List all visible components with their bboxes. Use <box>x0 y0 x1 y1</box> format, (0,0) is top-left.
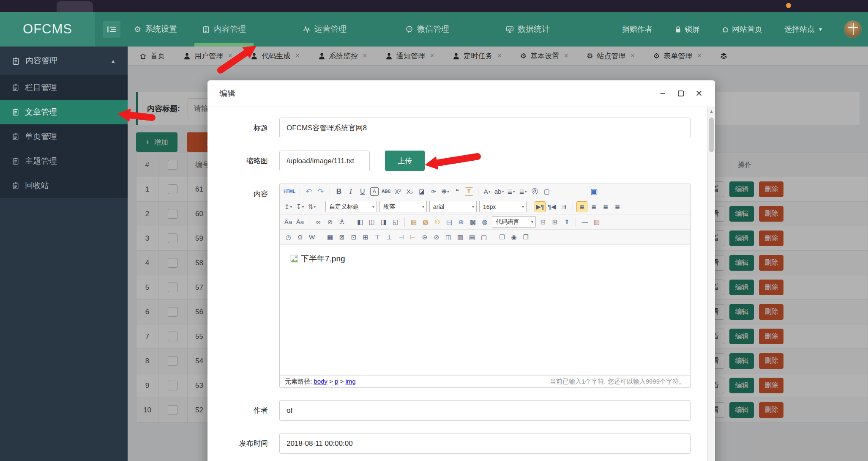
path-link-img[interactable]: img <box>345 378 355 385</box>
sidebar-item-content-management[interactable]: 内容管理 ▲ <box>0 47 128 75</box>
toolbar-paste[interactable]: ❐ <box>520 232 531 243</box>
toolbar-highlight-color[interactable]: ab▾ <box>494 186 505 197</box>
sidebar-item-theme-management[interactable]: 主题管理 <box>0 149 128 173</box>
toolbar-underline[interactable]: U <box>357 186 368 197</box>
nav-item-operations[interactable]: 运营管理 <box>302 12 347 47</box>
toolbar-find[interactable]: ◉ <box>508 232 519 243</box>
toolbar-emoticon[interactable]: ☺ <box>432 217 443 228</box>
toolbar-paste-as-text[interactable]: T <box>465 187 473 196</box>
thumbnail-input[interactable] <box>279 151 370 171</box>
toolbar-delete-col[interactable]: ⊘ <box>431 232 442 243</box>
sidebar-item-recycle-bin[interactable]: 回收站 <box>0 173 128 198</box>
minimize-icon[interactable]: − <box>658 88 668 99</box>
toolbar-baidu-map[interactable]: ▩ <box>467 217 478 228</box>
toolbar-flash[interactable]: ◍ <box>479 217 490 228</box>
toolbar-page-break[interactable]: ⊞ <box>549 217 560 228</box>
toolbar-calendar[interactable]: ▥ <box>591 217 602 228</box>
toolbar-anchor[interactable]: ⚓ <box>336 217 347 228</box>
toolbar-cell-props[interactable]: ⊞ <box>360 232 371 243</box>
toolbar-subscript[interactable]: X₂ <box>404 186 415 197</box>
toolbar-format-brush[interactable]: ✑ <box>428 186 439 197</box>
toolbar-fullscreen[interactable]: ▣ <box>589 186 600 197</box>
toolbar-ltr[interactable]: ▶¶ <box>535 201 546 212</box>
toolbar-image-align-center[interactable]: ◫ <box>366 217 377 228</box>
toolbar-align-center[interactable]: ≣ <box>588 201 599 212</box>
toolbar-page-template[interactable]: ▢ <box>478 232 489 243</box>
toolbar-rtl[interactable]: ¶◀ <box>546 201 557 212</box>
font-size-select[interactable]: 16px▾ <box>479 201 527 212</box>
toolbar-insert-image[interactable]: ▦ <box>408 217 419 228</box>
nav-item-content-management[interactable]: 内容管理 <box>201 12 247 47</box>
toolbar-italic[interactable]: I <box>345 186 356 197</box>
dialog-titlebar[interactable]: 编辑 − ✕ <box>207 80 715 107</box>
toolbar-blockquote[interactable]: ❝ <box>452 186 463 197</box>
toolbar-undo[interactable]: ↶ <box>303 186 314 197</box>
toolbar-remote-image[interactable]: ⇑ <box>561 217 572 228</box>
toolbar-insert-row-above[interactable]: ⊤ <box>372 232 383 243</box>
toolbar-line-height[interactable]: ↧▾ <box>295 201 306 212</box>
author-input[interactable] <box>279 400 691 421</box>
toolbar-attachment[interactable]: ⊕ <box>456 217 467 228</box>
code-language-select[interactable]: 代码语言▾ <box>492 216 536 228</box>
toolbar-paragraph-spacing[interactable]: ⇅▾ <box>306 201 317 212</box>
scroll-up-icon[interactable]: ▲ <box>708 109 715 114</box>
toolbar-ordered-list[interactable]: ≣▾ <box>506 186 517 197</box>
toolbar-indent[interactable]: ⇉ <box>558 201 569 212</box>
nav-item-system-settings[interactable]: ⚙系统设置 <box>133 12 178 47</box>
user-avatar[interactable] <box>844 20 862 38</box>
toolbar-text-indent[interactable]: ↥▾ <box>283 201 294 212</box>
toolbar-insert-time[interactable]: ◷ <box>283 232 294 243</box>
toolbar-link[interactable]: ∞ <box>313 217 324 228</box>
sidebar-toggle-button[interactable] <box>103 21 120 38</box>
toolbar-multi-image[interactable]: ▧ <box>420 217 431 228</box>
toolbar-delete-table[interactable]: ⊠ <box>336 232 347 243</box>
toolbar-align-justify[interactable]: ≣ <box>612 201 623 212</box>
path-link-p[interactable]: p <box>335 378 338 385</box>
toolbar-delete-row[interactable]: ⊝ <box>419 232 430 243</box>
dialog-scrollbar[interactable]: ▲ ▼ <box>707 107 715 461</box>
toolbar-insert-table[interactable]: ▦ <box>325 232 336 243</box>
maximize-icon[interactable] <box>676 88 686 99</box>
header-item-site-home[interactable]: 网站首页 <box>722 24 762 34</box>
toolbar-lowercase[interactable]: Ǎa <box>295 217 306 228</box>
toolbar-new-document[interactable]: ▢ <box>541 186 552 197</box>
toolbar-split-row[interactable]: ▥ <box>455 232 466 243</box>
close-icon[interactable]: ✕ <box>694 88 704 99</box>
font-family-select[interactable]: arial▾ <box>429 201 477 212</box>
editor-content-area[interactable]: 下半年7.png <box>280 245 690 375</box>
toolbar-align-left[interactable]: ≣ <box>576 201 587 212</box>
toolbar-split-col[interactable]: ▤ <box>467 232 478 243</box>
toolbar-source[interactable]: HTML <box>283 186 296 197</box>
toolbar-unordered-list[interactable]: ≣▾ <box>518 186 529 197</box>
toolbar-insert-row-below[interactable]: ⊥ <box>384 232 395 243</box>
toolbar-insert-video[interactable]: ▤ <box>444 217 455 228</box>
toolbar-horizontal-rule[interactable]: — <box>579 217 590 228</box>
sidebar-item-page-management[interactable]: 单页管理 <box>0 124 128 149</box>
toolbar-font-color[interactable]: A▾ <box>482 186 493 197</box>
heading-style-select[interactable]: 自定义标题▾ <box>325 201 377 212</box>
header-item-select-site[interactable]: 选择站点▾ <box>784 24 822 34</box>
title-input[interactable] <box>279 118 691 138</box>
upload-button[interactable]: 上传 <box>385 151 425 171</box>
toolbar-image-align-left[interactable]: ◧ <box>355 217 366 228</box>
toolbar-special-char[interactable]: Ω <box>295 232 306 243</box>
publish-time-input[interactable] <box>279 433 691 454</box>
toolbar-redo[interactable]: ↷ <box>315 186 326 197</box>
toolbar-insert-col-right[interactable]: ⊢ <box>407 232 418 243</box>
nav-item-wechat[interactable]: 微信管理 <box>404 12 450 47</box>
nav-item-statistics[interactable]: 数据统计 <box>505 12 551 47</box>
toolbar-insert-col-left[interactable]: ⊣ <box>396 232 407 243</box>
toolbar-strikethrough[interactable]: ABC <box>381 186 392 197</box>
toolbar-image-align-right[interactable]: ◨ <box>378 217 389 228</box>
toolbar-uppercase[interactable]: Âa <box>283 217 294 228</box>
toolbar-font-border[interactable]: A <box>370 187 379 196</box>
toolbar-word-paste[interactable]: W <box>306 232 317 243</box>
sidebar-item-column-management[interactable]: 栏目管理 <box>0 75 128 100</box>
toolbar-anchor-text[interactable]: ⓐ <box>530 186 540 197</box>
toolbar-superscript[interactable]: X² <box>393 186 404 197</box>
path-link-body[interactable]: body <box>314 378 328 385</box>
browser-tab[interactable] <box>57 1 93 12</box>
sidebar-item-article-management[interactable]: 文章管理 <box>0 100 128 124</box>
toolbar-table-props[interactable]: ⊡ <box>348 232 359 243</box>
toolbar-eraser[interactable]: ◪ <box>416 186 427 197</box>
